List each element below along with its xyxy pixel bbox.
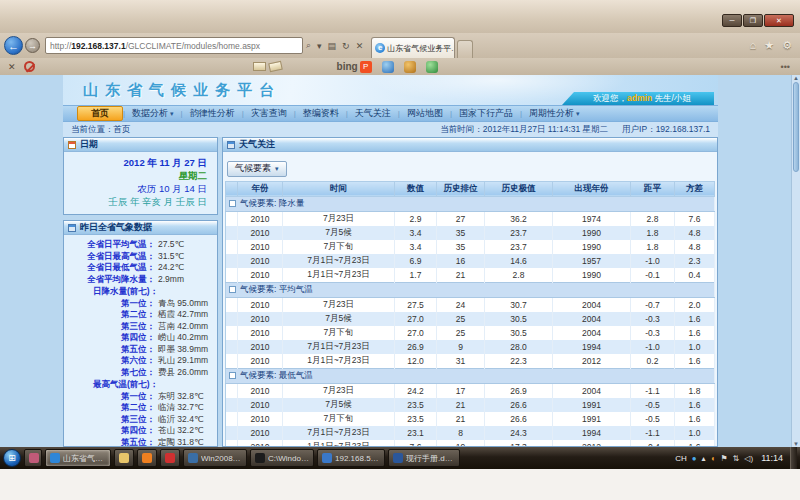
data-cell: 26.9 [395,340,437,354]
taskbar-button-5[interactable]: Win2008 (VS2... [183,449,247,467]
stop-icon[interactable]: ✕ [353,41,367,51]
nav-item-6[interactable]: 网站地图 [400,107,450,120]
tools-gear-icon[interactable]: ⚙ [782,39,792,52]
calendar-icon [68,141,76,149]
volume-icon[interactable]: ◁) [744,454,753,463]
data-cell: 30.5 [485,312,553,326]
data-cell: 2010 [238,312,283,326]
home-icon[interactable]: ⌂ [750,39,757,52]
data-row[interactable]: 20107月5候27.02530.52004-0.31.6 [226,312,715,326]
show-desktop-button[interactable] [790,447,797,469]
puzzle-extension-icon[interactable] [426,61,438,73]
data-row[interactable]: 20107月1日~7月23日6.91614.61957-1.02.3 [226,254,715,268]
taskbar-button-1[interactable]: 山东省气候业务平台 [45,449,111,467]
vertical-scrollbar[interactable]: ▲ ▼ [791,75,800,447]
column-header[interactable]: 数值 [395,181,437,196]
data-row[interactable]: 20107月1日~7月23日23.1824.31994-1.11.0 [226,426,715,440]
data-row[interactable]: 20107月23日2.92736.219742.87.6 [226,211,715,226]
column-header[interactable]: 历史排位 [437,181,485,196]
chevron-down-icon[interactable]: ▾ [314,41,325,51]
rank-value: 莒南 42.0mm [155,321,208,333]
close-button[interactable]: ✕ [764,14,794,27]
mail-icon[interactable] [253,62,266,71]
data-row[interactable]: 20107月下旬27.02530.52004-0.31.6 [226,326,715,340]
column-header[interactable]: 方差 [675,181,715,196]
data-row[interactable]: 20101月1日~7月23日1.7212.81990-0.10.4 [226,268,715,283]
data-cell: 23.7 [485,240,553,254]
data-cell: 6.9 [395,254,437,268]
data-row[interactable]: 20107月5候3.43523.719901.84.8 [226,226,715,240]
send-mail-icon[interactable] [268,61,283,73]
group-row[interactable]: 气候要素: 平均气温 [226,282,715,297]
data-row[interactable]: 20107月1日~7月23日26.9928.01994-1.01.0 [226,340,715,354]
data-row[interactable]: 20101月1日~7月23日7.61917.32012-0.41.6 [226,440,715,448]
refresh-icon[interactable]: ↻ [339,41,353,51]
network-icon[interactable]: ⇅ [733,454,740,463]
row-select-cell [226,426,238,440]
back-button[interactable]: ← [4,36,23,55]
forward-button[interactable]: → [25,38,40,53]
column-header[interactable]: 历史极值 [485,181,553,196]
data-cell: 2012 [553,440,631,448]
collapse-icon[interactable] [229,200,236,207]
group-row[interactable]: 气候要素: 降水量 [226,196,715,211]
group-row[interactable]: 气候要素: 最低气温 [226,368,715,383]
column-header[interactable]: 距平 [631,181,675,196]
action-center-icon[interactable]: ⚑ [720,454,727,463]
browser-tab[interactable]: e 山东省气候业务平... ✕ [371,37,455,58]
favorites-extension-icon[interactable] [404,61,416,73]
addonbar-close-icon[interactable]: ✕ [8,62,16,72]
taskbar-clock[interactable]: 11:14 [758,453,786,463]
ie-task-icon [50,453,60,463]
data-row[interactable]: 20101月1日~7月23日12.03122.320120.21.6 [226,354,715,369]
taskbar-button-8[interactable]: 现行手册.docx ... [388,449,460,467]
hidden-icons-icon[interactable]: ▴ [702,454,706,463]
data-row[interactable]: 20107月23日27.52430.72004-0.72.0 [226,297,715,312]
data-cell: 3.4 [395,240,437,254]
bing-search-button[interactable]: P [360,61,372,73]
taskbar-button-2[interactable] [114,449,134,467]
taskbar-button-3[interactable] [137,449,157,467]
main-nav: 首页|数据分析 ▾|韵律性分析|灾害查询|整编资料|天气关注|网站地图|国家下行… [63,105,718,122]
new-tab-button[interactable] [457,40,473,58]
nav-item-4[interactable]: 整编资料 [296,107,346,120]
scroll-up-icon[interactable]: ▲ [792,75,800,81]
favorites-star-icon[interactable]: ★ [764,39,774,52]
nav-item-3[interactable]: 灾害查询 [244,107,294,120]
antivirus-icon[interactable]: ◖ [711,454,716,463]
rank-label: 第五位： [67,437,155,448]
language-indicator[interactable]: CH [675,454,687,463]
overflow-icon[interactable]: ••• [781,62,790,72]
nav-item-8[interactable]: 周期性分析 ▾ [522,107,586,120]
start-button[interactable]: ⊞ [3,449,21,467]
scrollbar-thumb[interactable] [793,82,799,172]
data-row[interactable]: 20107月下旬3.43523.719901.84.8 [226,240,715,254]
address-bar[interactable]: http://192.168.137.1/GLCCLIMATE/modules/… [45,37,303,54]
data-row[interactable]: 20107月下旬23.52126.61991-0.51.6 [226,412,715,426]
popup-blocked-icon[interactable] [24,61,35,72]
nav-item-2[interactable]: 韵律性分析 [183,107,242,120]
climate-element-button[interactable]: 气候要素 ▾ [227,161,287,177]
minimize-button[interactable]: ─ [722,14,742,27]
camera-extension-icon[interactable] [382,61,394,73]
data-row[interactable]: 20107月5候23.52126.61991-0.51.6 [226,398,715,412]
column-header[interactable]: 年份 [238,181,283,196]
nav-item-0[interactable]: 首页 [77,106,123,121]
collapse-icon[interactable] [229,372,236,379]
column-header[interactable]: 出现年份 [553,181,631,196]
column-header[interactable]: 时间 [283,181,395,196]
taskbar-button-7[interactable]: 192.168.59.99... [317,449,385,467]
maximize-button[interactable]: ❐ [743,14,763,27]
taskbar-button-0[interactable] [24,449,42,467]
messenger-icon[interactable]: ● [692,454,697,463]
taskbar-button-4[interactable] [160,449,180,467]
compatibility-icon[interactable]: ▤ [325,41,340,51]
nav-item-7[interactable]: 国家下行产品 [452,107,520,120]
data-cell: 1.6 [675,312,715,326]
nav-item-1[interactable]: 数据分析 ▾ [125,107,180,120]
taskbar-button-6[interactable]: C:\Windows\s... [250,449,314,467]
search-icon[interactable]: ⌕ [303,40,314,51]
nav-item-5[interactable]: 天气关注 [348,107,398,120]
collapse-icon[interactable] [229,286,236,293]
data-row[interactable]: 20107月23日24.21726.92004-1.11.8 [226,383,715,398]
